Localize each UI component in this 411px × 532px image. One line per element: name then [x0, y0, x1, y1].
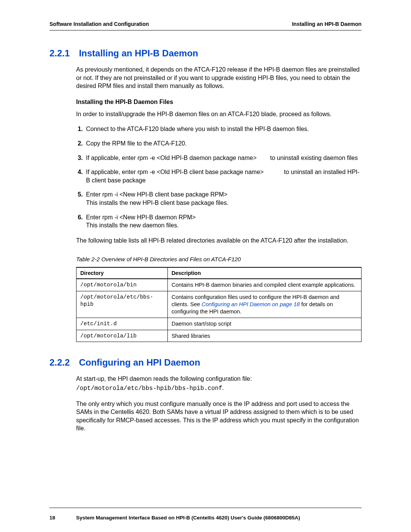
config-path-line: /opt/motorola/etc/bbs-hpib/bbs-hpib.conf…	[76, 384, 362, 393]
section-2-2-2-heading: 2.2.2 Configuring an HPI Daemon	[49, 357, 362, 368]
table-caption: Table 2-2 Overview of HPI-B Directories …	[76, 256, 362, 262]
step-command: rpm -e <Old HPI-B daemon package name>	[137, 155, 256, 161]
step-5: Enter rpm -i <New HPI-B client base pack…	[84, 190, 362, 207]
step-text-tail: to uninstall existing daemon files	[268, 155, 358, 161]
config-intro-paragraph: At start-up, the HPI daemon reads the fo…	[76, 375, 362, 383]
step-text: If applicable, enter	[86, 155, 137, 161]
dir-cell: /etc/init.d	[76, 318, 168, 330]
step-result: This installs the new HPI-B client base …	[86, 200, 228, 206]
subsection-intro: In order to install/upgrade the HPI-B da…	[76, 110, 362, 118]
config-detail-paragraph: The only entry which you must configure …	[76, 400, 362, 433]
header-right: Installing an HPI-B Daemon	[292, 21, 362, 27]
header-rule	[49, 30, 362, 30]
table-row: /opt/motorola/lib Shared libraries	[76, 330, 362, 342]
section-number: 2.2.1	[49, 48, 70, 59]
dir-cell: /opt/motorola/lib	[76, 330, 168, 342]
config-file-path: /opt/motorola/etc/bbs-hpib/bbs-hpib.conf	[76, 385, 222, 392]
install-steps-list: Connect to the ATCA-F120 blade where you…	[76, 125, 362, 229]
header-left: Software Installation and Configuration	[49, 21, 149, 27]
footer-text: System Management Interface Based on HPI…	[76, 515, 300, 521]
desc-cell: Contains HPI-B daemon binaries and compi…	[167, 279, 361, 291]
period: .	[222, 385, 224, 391]
cross-reference-link[interactable]: on	[271, 301, 280, 307]
page-header: Software Installation and Configuration …	[49, 21, 362, 27]
dir-cell: /opt/motorola/bin	[76, 279, 168, 291]
step-text: If applicable, enter	[86, 169, 137, 175]
page-number: 18	[49, 515, 76, 521]
step-4: If applicable, enter rpm -e <Old HPI-B c…	[84, 168, 362, 184]
step-command: rpm -i <New HPI-B daemon RPM>	[102, 214, 196, 220]
cross-reference-link[interactable]: Configuring an HPI Daemon	[202, 301, 271, 307]
footer-rule	[49, 508, 362, 508]
step-text: Enter	[86, 214, 102, 220]
table-header-directory: Directory	[76, 267, 168, 279]
step-text: Enter	[86, 191, 102, 198]
table-row: /opt/motorola/etc/bbs-hpib Contains conf…	[76, 291, 362, 318]
dir-cell: /opt/motorola/etc/bbs-hpib	[76, 291, 168, 318]
table-row: /opt/motorola/bin Contains HPI-B daemon …	[76, 279, 362, 291]
subsection-heading: Installing the HPI-B Daemon Files	[76, 99, 362, 105]
page-footer: 18 System Management Interface Based on …	[49, 515, 362, 521]
cross-reference-link[interactable]: page 18	[280, 301, 299, 307]
section-2-2-1-heading: 2.2.1 Installing an HPI-B Daemon	[49, 48, 362, 59]
desc-cell: Contains configuration files used to con…	[167, 291, 361, 318]
table-header-description: Description	[167, 267, 361, 279]
step-result: This installs the new daemon files.	[86, 222, 179, 228]
section-title: Configuring an HPI Daemon	[79, 357, 200, 368]
intro-paragraph: As previously mentioned, it depends on t…	[76, 66, 362, 90]
section-title: Installing an HPI-B Daemon	[79, 48, 198, 59]
desc-cell: Shared libraries	[167, 330, 361, 342]
step-command: rpm -e <Old HPI-B client base package na…	[137, 169, 264, 175]
step-6: Enter rpm -i <New HPI-B daemon RPM> This…	[84, 213, 362, 230]
table-row: /etc/init.d Daemon start/stop script	[76, 318, 362, 330]
step-1: Connect to the ATCA-F120 blade where you…	[84, 125, 362, 133]
step-3: If applicable, enter rpm -e <Old HPI-B d…	[84, 154, 362, 162]
after-steps-paragraph: The following table lists all HPI-B rela…	[76, 236, 362, 245]
directories-table: Directory Description /opt/motorola/bin …	[76, 267, 362, 342]
desc-cell: Daemon start/stop script	[167, 318, 361, 330]
section-number: 2.2.2	[49, 357, 70, 368]
step-2: Copy the RPM file to the ATCA-F120.	[84, 139, 362, 148]
step-command: rpm -i <New HPI-B client base package RP…	[102, 191, 228, 198]
